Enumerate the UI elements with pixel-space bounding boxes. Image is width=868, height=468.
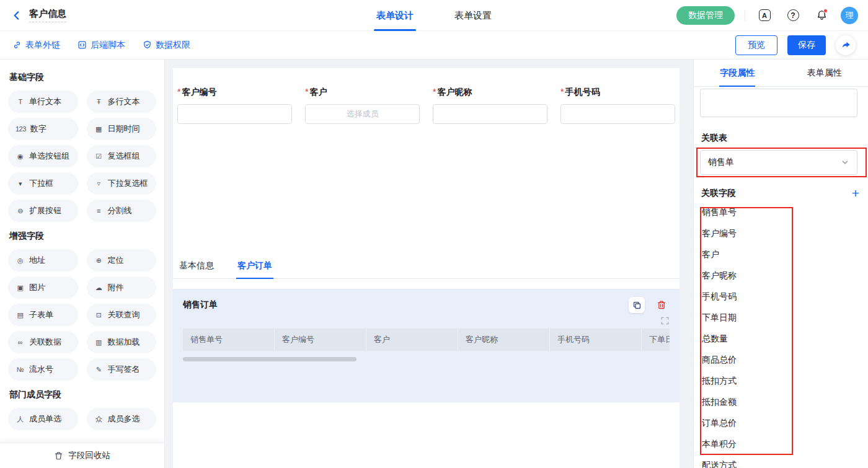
related-field-item[interactable]: 下单日期 — [702, 307, 861, 329]
required-asterisk: * — [433, 87, 436, 97]
translate-icon[interactable]: A — [755, 6, 774, 25]
properties-tabs: 字段属性 表单属性 — [694, 60, 868, 87]
help-icon[interactable]: ? — [784, 6, 802, 25]
field-label: 客户昵称 — [437, 87, 472, 97]
tab-form-design[interactable]: 表单设计 — [374, 0, 416, 31]
palette-item-related-query[interactable]: ⊡关联查询 — [87, 304, 157, 326]
related-table-label: 关联表 — [701, 133, 727, 144]
share-button[interactable] — [836, 35, 856, 55]
page-title[interactable]: 客户信息 — [29, 8, 66, 22]
palette-item-multi-line-text[interactable]: Ŧ多行文本 — [87, 91, 157, 113]
save-button[interactable]: 保存 — [787, 35, 826, 55]
phone-input[interactable] — [560, 104, 675, 124]
palette-item-subform[interactable]: ▤子表单 — [8, 304, 78, 326]
palette-item-attachment[interactable]: ☁附件 — [87, 276, 157, 299]
expand-icon[interactable] — [660, 316, 670, 325]
subform-actions — [629, 297, 670, 313]
related-field-item[interactable]: 抵扣金额 — [702, 392, 861, 413]
form-field-customer[interactable]: *客户 选择成员 — [305, 87, 420, 124]
customer-no-input[interactable] — [177, 104, 292, 124]
form-field-phone[interactable]: *手机号码 — [560, 87, 675, 124]
backend-script-button[interactable]: 后端脚本 — [78, 40, 125, 51]
subform-column-header[interactable]: 下单日期 — [642, 329, 670, 351]
tab-form-settings[interactable]: 表单设置 — [452, 0, 494, 31]
member-fields-grid: 人成员单选 众成员多选 — [8, 408, 156, 430]
field-property-input[interactable] — [700, 89, 857, 117]
palette-item-location[interactable]: ⊕定位 — [87, 249, 157, 272]
subform-column-header[interactable]: 客户昵称 — [458, 329, 550, 351]
related-field-item[interactable]: 订单总价 — [702, 413, 861, 434]
field-label: 手机号码 — [565, 87, 600, 97]
customer-nickname-input[interactable] — [433, 104, 547, 124]
palette-item-signature[interactable]: ✎手写签名 — [87, 358, 157, 381]
palette-item-member-single[interactable]: 人成员单选 — [8, 408, 78, 430]
form-external-link-button[interactable]: 表单外链 — [12, 40, 60, 51]
subform-widget-selected[interactable]: 销售订单 — [173, 289, 680, 402]
related-field-item[interactable]: 商品总价 — [702, 350, 861, 371]
field-recycle-bin-button[interactable]: 字段回收站 — [0, 443, 164, 468]
related-field-item[interactable]: 客户昵称 — [702, 265, 861, 286]
delete-button[interactable] — [653, 297, 670, 313]
form-field-customer-nickname[interactable]: *客户昵称 — [433, 87, 547, 124]
palette-item-number[interactable]: 123数字 — [8, 118, 78, 140]
required-asterisk: * — [560, 87, 564, 97]
attachment-cloud-icon: ☁ — [94, 284, 104, 292]
header-right: 数据管理 A ? 理 — [676, 6, 858, 25]
tab-basic-info[interactable]: 基本信息 — [178, 255, 215, 278]
related-field-item[interactable]: 客户编号 — [702, 223, 861, 244]
back-button[interactable] — [10, 9, 24, 22]
permission-shield-icon — [143, 40, 152, 50]
palette-item-dropdown-multi[interactable]: ▿下拉复选框 — [87, 172, 157, 195]
user-avatar[interactable]: 理 — [841, 7, 858, 24]
palette-item-data-load[interactable]: ▥数据加载 — [87, 331, 157, 353]
related-field-item[interactable]: 配送方式 — [702, 455, 861, 468]
related-field-item[interactable]: 抵扣方式 — [702, 371, 861, 392]
palette-item-radio-group[interactable]: ◉单选按钮组 — [8, 145, 78, 167]
palette-item-datetime[interactable]: ▦日期时间 — [87, 118, 157, 140]
address-pin-icon: ◎ — [16, 257, 25, 265]
checkbox-icon: ☑ — [94, 152, 104, 161]
related-field-item[interactable]: 客户 — [702, 244, 861, 265]
subform-column-headers: 销售单号 客户编号 客户 客户昵称 手机号码 下单日期 — [183, 329, 670, 351]
form-field-customer-no[interactable]: *客户编号 — [177, 87, 292, 124]
palette-item-address[interactable]: ◎地址 — [8, 249, 78, 272]
preview-button[interactable]: 预览 — [735, 35, 777, 55]
subform-column-header[interactable]: 手机号码 — [550, 329, 642, 351]
palette-item-checkbox-group[interactable]: ☑复选框组 — [87, 145, 157, 167]
single-line-text-icon: T — [16, 98, 25, 105]
subform-column-header[interactable]: 销售单号 — [183, 329, 275, 351]
related-field-item[interactable]: 手机号码 — [702, 286, 861, 307]
related-field-item[interactable]: 本单积分 — [702, 434, 861, 455]
notification-bell-icon[interactable] — [812, 6, 831, 25]
tab-field-properties[interactable]: 字段属性 — [694, 60, 781, 86]
radio-icon: ◉ — [16, 152, 25, 161]
tab-form-properties[interactable]: 表单属性 — [781, 60, 868, 86]
related-field-item[interactable]: 销售单号 — [702, 202, 861, 223]
field-label: 客户编号 — [182, 87, 216, 97]
subform-column-header[interactable]: 客户编号 — [275, 329, 366, 351]
share-arrow-icon — [841, 40, 851, 50]
subform-column-header[interactable]: 客户 — [366, 329, 458, 351]
basic-fields-grid: T单行文本 Ŧ多行文本 123数字 ▦日期时间 ◉单选按钮组 ☑复选框组 ▾下拉… — [8, 91, 156, 222]
palette-item-dropdown[interactable]: ▾下拉框 — [8, 172, 78, 195]
form-design-surface[interactable]: *客户编号 *客户 选择成员 *客户昵称 *手机号码 — [173, 68, 680, 468]
palette-item-image[interactable]: ▣图片 — [8, 276, 78, 299]
related-table-select[interactable]: 销售单 — [700, 150, 857, 175]
properties-panel: 字段属性 表单属性 关联表 销售单 关联字段 + 销售单号 客户编号 客户 客户… — [693, 60, 868, 468]
palette-item-divider[interactable]: ≡分割线 — [87, 200, 157, 222]
field-label: 客户 — [309, 87, 327, 97]
palette-item-related-data[interactable]: ∞关联数据 — [8, 331, 78, 353]
palette-item-serial-number[interactable]: №流水号 — [8, 358, 78, 381]
palette-item-single-line-text[interactable]: T单行文本 — [8, 91, 78, 113]
data-permission-button[interactable]: 数据权限 — [143, 40, 190, 51]
add-field-button[interactable]: + — [852, 187, 859, 200]
palette-item-member-multi[interactable]: 众成员多选 — [87, 408, 157, 430]
duplicate-button[interactable] — [629, 297, 645, 313]
related-field-item[interactable]: 总数量 — [702, 329, 861, 350]
select-member-button[interactable]: 选择成员 — [305, 104, 420, 124]
data-manage-button[interactable]: 数据管理 — [676, 6, 735, 25]
tab-customer-orders[interactable]: 客户订单 — [236, 255, 273, 278]
horizontal-scrollbar-thumb[interactable] — [183, 357, 356, 361]
member-multi-icon: 众 — [94, 415, 104, 424]
palette-item-extend-button[interactable]: ⊖扩展按钮 — [8, 200, 78, 222]
